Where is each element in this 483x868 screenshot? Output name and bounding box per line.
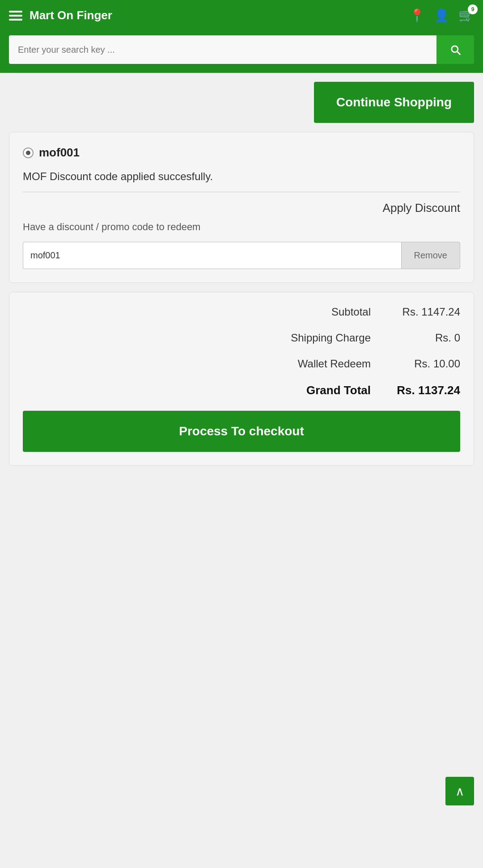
main-content: Continue Shopping mof001 MOF Discount co… [0,73,483,484]
subtotal-label: Subtotal [331,306,371,318]
wallet-value: Rs. 10.00 [389,358,460,370]
promo-radio-button[interactable] [23,147,34,158]
promo-radio-label[interactable]: mof001 [23,146,460,160]
grand-total-label: Grand Total [306,383,371,397]
continue-shopping-wrapper: Continue Shopping [9,82,474,123]
apply-discount-title: Apply Discount [23,201,460,215]
divider [23,192,460,192]
search-input[interactable] [9,35,436,64]
grand-total-value: Rs. 1137.24 [389,383,460,397]
app-header: Mart On Finger 📍 👤 🛒 9 [0,0,483,31]
brand-name: Mart On Finger [30,8,112,22]
promo-input-row: Remove [23,242,460,269]
cart-icon[interactable]: 🛒 9 [458,8,474,23]
discount-success-message: MOF Discount code applied succesfully. [23,170,460,183]
wallet-row: Wallet Redeem Rs. 10.00 [23,358,460,370]
wallet-label: Wallet Redeem [298,358,371,370]
subtotal-row: Subtotal Rs. 1147.24 [23,306,460,318]
search-bar [0,31,483,73]
chevron-up-icon: ∧ [455,784,465,799]
header-right: 📍 👤 🛒 9 [409,8,474,23]
process-checkout-wrapper: Process To checkout [23,411,460,452]
shipping-value: Rs. 0 [389,332,460,344]
continue-shopping-button[interactable]: Continue Shopping [314,82,474,123]
menu-button[interactable] [9,11,22,21]
shipping-label: Shipping Charge [291,332,371,344]
shipping-row: Shipping Charge Rs. 0 [23,332,460,344]
search-button[interactable] [436,35,474,64]
promo-code-label: mof001 [39,146,80,160]
discount-card: mof001 MOF Discount code applied succesf… [9,132,474,283]
location-icon[interactable]: 📍 [409,8,425,23]
header-left: Mart On Finger [9,8,112,22]
remove-button[interactable]: Remove [401,242,460,269]
subtotal-value: Rs. 1147.24 [389,306,460,318]
radio-inner [26,151,30,155]
process-checkout-button[interactable]: Process To checkout [23,411,460,452]
order-summary-card: Subtotal Rs. 1147.24 Shipping Charge Rs.… [9,292,474,466]
user-icon[interactable]: 👤 [434,8,449,23]
scroll-top-button[interactable]: ∧ [445,777,474,805]
grand-total-row: Grand Total Rs. 1137.24 [23,383,460,397]
promo-description: Have a discount / promo code to redeem [23,221,460,233]
cart-badge: 9 [468,4,478,14]
promo-code-input[interactable] [23,242,401,269]
search-icon [449,43,462,56]
